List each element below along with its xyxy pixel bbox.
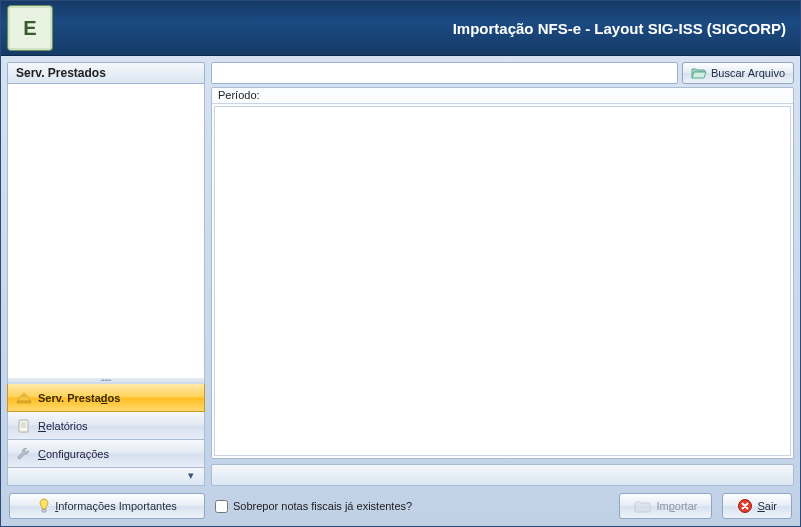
sidebar-header: Serv. Prestados (7, 62, 205, 84)
periodo-label: Período: (212, 88, 793, 104)
browse-file-button[interactable]: Buscar Arquivo (682, 62, 794, 84)
app-logo-letter: E (23, 17, 36, 40)
import-button[interactable]: Importar (619, 493, 712, 519)
status-bar (211, 464, 794, 486)
file-path-input[interactable] (211, 62, 678, 84)
content-area: Serv. Prestados ••••• Serv. Prestados (1, 56, 800, 486)
svg-rect-1 (17, 401, 31, 403)
bottom-bar: Informações Importantes Sobrepor notas f… (1, 486, 800, 526)
lightbulb-icon (37, 498, 51, 514)
sidebar-item-label: Configurações (38, 448, 109, 460)
sidebar: Serv. Prestados ••••• Serv. Prestados (7, 62, 205, 486)
report-icon (16, 418, 32, 434)
titlebar: E Importação NFS-e - Layout SIG-ISS (SIG… (1, 1, 800, 56)
close-icon (737, 498, 753, 514)
periodo-panel: Período: (211, 87, 794, 459)
hardhat-icon (16, 390, 32, 406)
main-panel: Buscar Arquivo Período: (211, 62, 794, 486)
info-button[interactable]: Informações Importantes (9, 493, 205, 519)
sidebar-item-relatorios[interactable]: Relatórios (7, 412, 205, 440)
svg-rect-6 (42, 510, 46, 513)
sidebar-overflow-button[interactable]: ▾ (7, 468, 205, 486)
window-title: Importação NFS-e - Layout SIG-ISS (SIGCO… (53, 20, 786, 37)
sidebar-item-label: Relatórios (38, 420, 88, 432)
exit-button-label: Sair (757, 500, 777, 512)
sidebar-item-configuracoes[interactable]: Configurações (7, 440, 205, 468)
file-row: Buscar Arquivo (211, 62, 794, 84)
folder-open-icon (691, 66, 707, 80)
wrench-icon (16, 446, 32, 462)
chevron-down-icon: ▾ (188, 469, 194, 481)
folder-import-icon (634, 498, 652, 514)
periodo-list[interactable] (214, 106, 791, 456)
browse-file-label: Buscar Arquivo (711, 67, 785, 79)
sidebar-item-serv-prestados[interactable]: Serv. Prestados (7, 384, 205, 412)
info-button-label: Informações Importantes (55, 500, 177, 512)
exit-button[interactable]: Sair (722, 493, 792, 519)
app-logo-icon: E (7, 5, 53, 51)
sidebar-body (7, 84, 205, 378)
overwrite-checkbox-wrap[interactable]: Sobrepor notas fiscais já existentes? (215, 500, 412, 513)
svg-rect-2 (19, 420, 28, 432)
svg-rect-0 (23, 393, 26, 396)
overwrite-checkbox[interactable] (215, 500, 228, 513)
app-window: E Importação NFS-e - Layout SIG-ISS (SIG… (0, 0, 801, 527)
overwrite-label: Sobrepor notas fiscais já existentes? (233, 500, 412, 512)
import-button-label: Importar (656, 500, 697, 512)
sidebar-item-label: Serv. Prestados (38, 392, 120, 404)
